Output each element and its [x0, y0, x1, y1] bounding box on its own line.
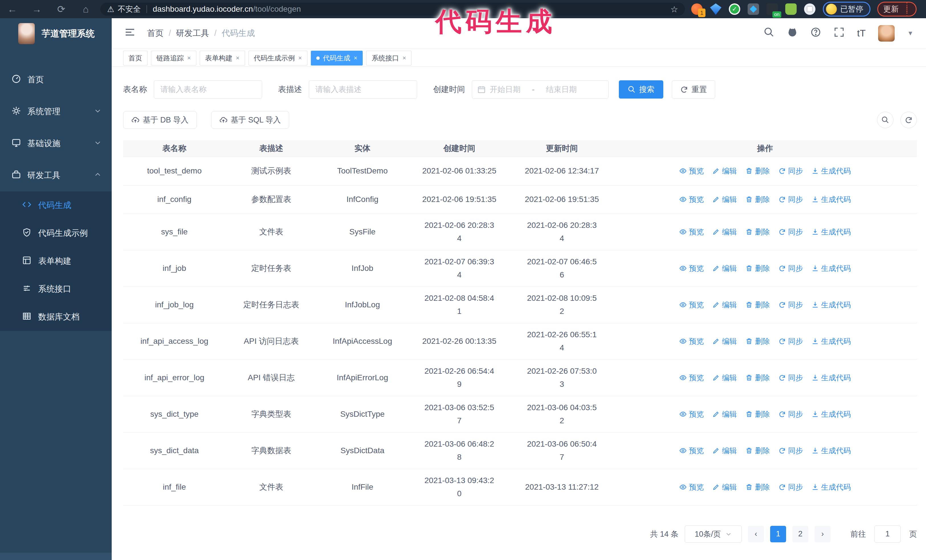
- generate-code-link[interactable]: 生成代码: [811, 371, 851, 384]
- extensions-puzzle-icon[interactable]: [804, 3, 816, 15]
- edit-link[interactable]: 编辑: [712, 262, 737, 275]
- font-size-icon[interactable]: tT: [857, 28, 865, 39]
- close-icon[interactable]: ×: [187, 54, 191, 62]
- breadcrumb-home[interactable]: 首页: [147, 28, 163, 39]
- sync-link[interactable]: 同步: [778, 262, 803, 275]
- tab-form-builder[interactable]: 表单构建×: [200, 51, 245, 65]
- page-button-2[interactable]: 2: [792, 526, 808, 542]
- close-icon[interactable]: ×: [402, 54, 406, 62]
- import-db-button[interactable]: 基于 DB 导入: [123, 111, 197, 129]
- sync-link[interactable]: 同步: [778, 225, 803, 238]
- preview-link[interactable]: 预览: [679, 371, 704, 384]
- delete-link[interactable]: 删除: [745, 444, 770, 457]
- delete-link[interactable]: 删除: [745, 165, 770, 177]
- close-icon[interactable]: ×: [354, 54, 357, 62]
- delete-link[interactable]: 删除: [745, 262, 770, 275]
- extension-grid-icon[interactable]: [747, 3, 759, 15]
- preview-link[interactable]: 预览: [679, 444, 704, 457]
- delete-link[interactable]: 删除: [745, 480, 770, 494]
- generate-code-link[interactable]: 生成代码: [811, 298, 851, 311]
- sidebar-item-system[interactable]: 系统管理: [0, 96, 112, 128]
- sidebar-item-infra[interactable]: 基础设施: [0, 128, 112, 160]
- toggle-search-button[interactable]: [877, 112, 894, 128]
- edit-link[interactable]: 编辑: [712, 444, 737, 457]
- preview-link[interactable]: 预览: [679, 193, 704, 206]
- preview-link[interactable]: 预览: [679, 225, 704, 238]
- reset-button[interactable]: 重置: [672, 80, 715, 98]
- back-icon[interactable]: ←: [0, 4, 24, 15]
- sync-link[interactable]: 同步: [778, 165, 803, 177]
- sync-link[interactable]: 同步: [778, 480, 803, 494]
- forward-icon[interactable]: →: [24, 4, 49, 15]
- chrome-update-button[interactable]: 更新 ⋮⋮⋮: [877, 2, 917, 17]
- edit-link[interactable]: 编辑: [712, 480, 737, 494]
- bookmark-star-icon[interactable]: ☆: [670, 4, 678, 14]
- edit-link[interactable]: 编辑: [712, 193, 737, 206]
- sync-link[interactable]: 同步: [778, 408, 803, 421]
- generate-code-link[interactable]: 生成代码: [811, 262, 851, 275]
- preview-link[interactable]: 预览: [679, 408, 704, 421]
- sync-link[interactable]: 同步: [778, 335, 803, 348]
- edit-link[interactable]: 编辑: [712, 408, 737, 421]
- github-icon[interactable]: [787, 27, 798, 39]
- sidebar-item-system-api[interactable]: 系统接口: [0, 275, 112, 303]
- generate-code-link[interactable]: 生成代码: [811, 480, 851, 494]
- delete-link[interactable]: 删除: [745, 408, 770, 421]
- extension-green-icon[interactable]: [785, 3, 797, 15]
- sync-link[interactable]: 同步: [778, 444, 803, 457]
- table-name-input[interactable]: [154, 80, 262, 98]
- extension-on-icon[interactable]: on: [766, 3, 778, 15]
- sidebar-collapse-bar[interactable]: [0, 552, 112, 560]
- help-icon[interactable]: [810, 27, 821, 39]
- caret-down-icon[interactable]: ▼: [907, 30, 914, 37]
- prev-page-button[interactable]: ‹: [748, 526, 764, 542]
- preview-link[interactable]: 预览: [679, 262, 704, 275]
- sidebar-item-home[interactable]: 首页: [0, 64, 112, 96]
- sidebar-item-codegen[interactable]: 代码生成: [0, 192, 112, 219]
- sidebar-item-db-doc[interactable]: 数据库文档: [0, 303, 112, 331]
- sync-link[interactable]: 同步: [778, 371, 803, 384]
- edit-link[interactable]: 编辑: [712, 298, 737, 311]
- sidebar-item-form-builder[interactable]: 表单构建: [0, 247, 112, 275]
- tab-codegen[interactable]: 代码生成×: [311, 51, 363, 65]
- tab-tracing[interactable]: 链路追踪×: [151, 51, 196, 65]
- avatar[interactable]: [878, 25, 895, 42]
- goto-page-input[interactable]: [875, 525, 901, 543]
- delete-link[interactable]: 删除: [745, 335, 770, 348]
- extension-gem-icon[interactable]: [710, 3, 722, 15]
- reload-icon[interactable]: ⟳: [49, 3, 74, 15]
- tab-home[interactable]: 首页: [123, 51, 148, 65]
- delete-link[interactable]: 删除: [745, 371, 770, 384]
- delete-link[interactable]: 删除: [745, 225, 770, 238]
- extension-icon[interactable]: 1: [691, 3, 703, 15]
- delete-link[interactable]: 删除: [745, 193, 770, 206]
- sidebar-item-codegen-example[interactable]: 代码生成示例: [0, 219, 112, 247]
- refresh-table-button[interactable]: [900, 112, 917, 128]
- tab-codegen-example[interactable]: 代码生成示例×: [248, 51, 307, 65]
- edit-link[interactable]: 编辑: [712, 225, 737, 238]
- import-sql-button[interactable]: 基于 SQL 导入: [211, 111, 289, 129]
- fullscreen-icon[interactable]: [834, 27, 844, 39]
- preview-link[interactable]: 预览: [679, 480, 704, 494]
- home-icon[interactable]: ⌂: [74, 4, 98, 15]
- extension-check-icon[interactable]: [729, 3, 740, 15]
- search-button[interactable]: 搜索: [619, 80, 663, 98]
- page-size-select[interactable]: 10条/页: [685, 525, 741, 543]
- preview-link[interactable]: 预览: [679, 298, 704, 311]
- generate-code-link[interactable]: 生成代码: [811, 193, 851, 206]
- search-icon[interactable]: [764, 27, 775, 39]
- breadcrumb-devtools[interactable]: 研发工具: [176, 28, 209, 39]
- generate-code-link[interactable]: 生成代码: [811, 408, 851, 421]
- tab-system-api[interactable]: 系统接口×: [366, 51, 412, 65]
- sync-link[interactable]: 同步: [778, 298, 803, 311]
- date-range-picker[interactable]: 开始日期 - 结束日期: [472, 80, 608, 98]
- chrome-menu-icon[interactable]: ⋮⋮⋮: [903, 3, 911, 15]
- page-button-1[interactable]: 1: [770, 526, 786, 542]
- generate-code-link[interactable]: 生成代码: [811, 335, 851, 348]
- table-desc-input[interactable]: [309, 80, 417, 98]
- app-logo-row[interactable]: 芋道管理系统: [0, 18, 112, 49]
- sidebar-item-devtools[interactable]: 研发工具: [0, 160, 112, 192]
- next-page-button[interactable]: ›: [815, 526, 831, 542]
- url-bar[interactable]: ⚠ 不安全 dashboard.yudao.iocoder.cn /tool/c…: [100, 3, 685, 16]
- edit-link[interactable]: 编辑: [712, 335, 737, 348]
